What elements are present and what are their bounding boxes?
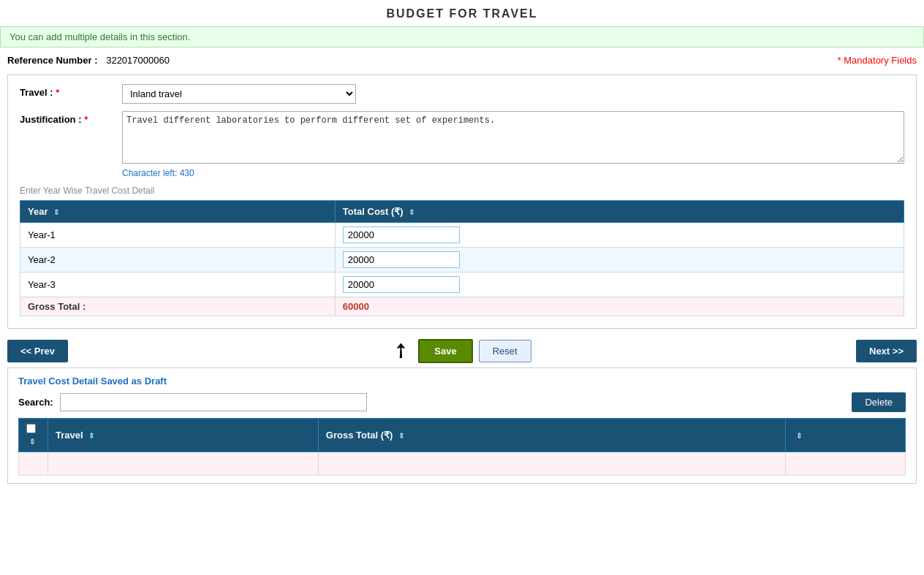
justification-control-wrap: Travel different laboratories to perform… (122, 111, 904, 178)
draft-empty-cell-1 (19, 452, 48, 476)
year-table-row: Year-1 (20, 223, 904, 248)
year-col-header: Year ⇕ (20, 201, 336, 223)
gross-label-cell: Gross Total : (20, 297, 336, 316)
cost-cell-2 (335, 273, 904, 297)
year-cell-2: Year-3 (20, 273, 336, 297)
draft-empty-cell-4 (785, 452, 905, 476)
search-left: Search: (18, 393, 367, 411)
draft-table: ⇕ Travel ⇕ Gross Total (₹) ⇕ ⇕ (18, 418, 906, 476)
button-row: << Prev ➘ Save Reset Next >> (7, 339, 917, 363)
search-label: Search: (18, 397, 53, 408)
reference-label: Reference Number : (7, 55, 98, 66)
delete-button[interactable]: Delete (852, 392, 906, 412)
justification-mandatory-star: * (84, 114, 88, 125)
draft-title: Travel Cost Detail Saved as Draft (18, 376, 906, 386)
center-buttons: ➘ Save Reset (393, 339, 531, 363)
page-title: BUDGET FOR TRAVEL (0, 0, 924, 26)
action-col-sort-icon: ⇕ (796, 432, 802, 440)
year-cell-0: Year-1 (20, 223, 336, 248)
draft-col-checkbox: ⇕ (19, 419, 48, 452)
gross-total-row: Gross Total : 60000 (20, 297, 904, 316)
search-input[interactable] (60, 393, 367, 411)
arrow-indicator: ➘ (387, 337, 416, 366)
reference-value: 322017000060 (106, 55, 170, 66)
info-banner: You can add multiple details in this sec… (0, 26, 924, 47)
gross-value-cell: 60000 (335, 297, 904, 316)
reset-button[interactable]: Reset (479, 340, 531, 362)
year-table-row: Year-3 (20, 273, 904, 297)
main-form-box: Travel : * Inland travel Foreign travel … (7, 75, 917, 329)
year-cost-table: Year ⇕ Total Cost (₹) ⇕ Year-1 Year-2 Ye… (20, 200, 904, 316)
cost-sort-icon: ⇕ (409, 208, 414, 216)
cost-input-0[interactable] (343, 226, 460, 243)
cost-col-header: Total Cost (₹) ⇕ (335, 201, 904, 223)
search-row: Search: Delete (18, 392, 906, 412)
justification-row: Justification : * Travel different labor… (20, 111, 904, 178)
cost-cell-0 (335, 223, 904, 248)
year-table-row: Year-2 (20, 248, 904, 273)
year-sort-icon: ⇕ (53, 208, 59, 216)
travel-mandatory-star: * (56, 87, 59, 98)
justification-textarea[interactable]: Travel different laboratories to perform… (122, 111, 904, 164)
justification-label: Justification : * (20, 111, 122, 125)
travel-label: Travel : * (20, 84, 122, 98)
draft-empty-cell-2 (48, 452, 319, 476)
select-all-checkbox[interactable] (26, 424, 36, 433)
year-section-label: Enter Year Wise Travel Cost Detail (20, 186, 904, 196)
travel-col-sort-icon: ⇕ (88, 432, 94, 440)
draft-col-gross: Gross Total (₹) ⇕ (318, 419, 785, 452)
year-cell-1: Year-2 (20, 248, 336, 273)
draft-table-empty-row (19, 452, 906, 476)
next-button[interactable]: Next >> (856, 340, 917, 362)
year-table-header: Year ⇕ Total Cost (₹) ⇕ (20, 201, 904, 223)
checkbox-sort-icon: ⇕ (29, 438, 35, 446)
travel-control-wrap: Inland travel Foreign travel (122, 84, 904, 104)
mandatory-fields-text: * Mandatory Fields (838, 55, 917, 66)
draft-col-action: ⇕ (785, 419, 905, 452)
save-button[interactable]: Save (418, 339, 472, 363)
draft-col-travel: Travel ⇕ (48, 419, 319, 452)
cost-input-1[interactable] (343, 251, 460, 268)
draft-table-header: ⇕ Travel ⇕ Gross Total (₹) ⇕ ⇕ (19, 419, 906, 452)
draft-section: Travel Cost Detail Saved as Draft Search… (7, 368, 917, 484)
cost-cell-1 (335, 248, 904, 273)
prev-button[interactable]: << Prev (7, 340, 68, 362)
char-left-label: Character left: 430 (122, 168, 904, 178)
travel-row: Travel : * Inland travel Foreign travel (20, 84, 904, 104)
reference-row: Reference Number : 322017000060 * Mandat… (0, 52, 924, 69)
gross-col-sort-icon: ⇕ (398, 432, 404, 440)
cost-input-2[interactable] (343, 276, 460, 293)
travel-select[interactable]: Inland travel Foreign travel (122, 84, 356, 104)
draft-empty-cell-3 (318, 452, 785, 476)
